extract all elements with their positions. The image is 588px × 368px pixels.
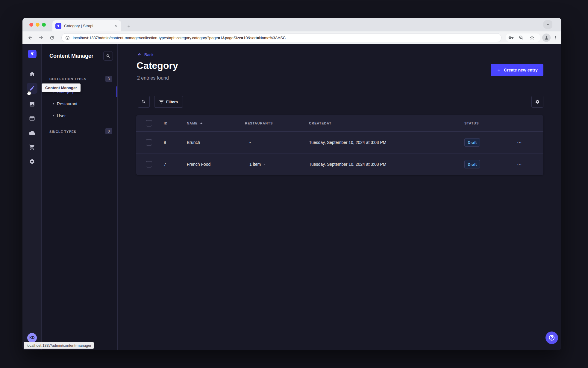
zoom-in-page-icon[interactable] [518,34,525,41]
bullet-icon [53,115,54,116]
bookmark-star-icon[interactable] [528,34,536,41]
browser-menu-icon[interactable] [552,34,559,41]
status-badge: Draft [464,160,480,168]
question-mark-icon [548,334,555,341]
table-row[interactable]: 8 Brunch - Tuesday, September 10, 2024 a… [136,132,543,153]
column-header-createdat[interactable]: CREATEDAT [309,121,331,125]
reload-icon[interactable] [48,34,55,41]
settings-gear-nav-icon[interactable] [27,156,37,167]
chevron-down-icon [263,163,266,166]
tab-close-icon[interactable] [113,23,118,29]
media-library-nav-icon[interactable] [27,99,37,110]
entries-table: ID NAME RESTAURANTS CREATEDAT STATUS [136,115,543,175]
search-entries-button[interactable] [138,96,150,108]
table-header-row: ID NAME RESTAURANTS CREATEDAT STATUS [136,115,543,132]
tab-strip: Category | Strapi [22,18,561,31]
gear-icon [535,99,540,104]
cell-name: French Food [187,162,210,167]
column-header-id[interactable]: ID [164,121,168,125]
view-settings-gear-button[interactable] [531,96,543,108]
row-actions-menu[interactable]: ⋯ [517,140,522,145]
sidebar-item-restaurant[interactable]: Restaurant [42,98,118,110]
rail-divider [22,64,42,64]
filter-icon [159,100,163,104]
single-types-count-badge: 0 [105,128,112,134]
cell-createdat: Tuesday, September 10, 2024 at 3:03 PM [309,140,386,145]
back-arrow-icon [137,52,142,57]
back-nav-icon[interactable] [27,34,34,41]
new-tab-button[interactable] [125,22,132,30]
window-zoom-button[interactable] [42,23,46,27]
create-new-entry-button[interactable]: Create new entry [491,64,543,76]
sort-ascending-icon [200,122,203,124]
column-header-restaurants[interactable]: RESTAURANTS [245,121,273,125]
strapi-favicon-icon [55,23,61,29]
bullet-icon [53,103,54,104]
url-text: localhost:1337/admin/content-manager/col… [73,36,286,40]
browser-tab[interactable]: Category | Strapi [52,20,121,31]
site-info-icon[interactable] [65,36,70,40]
window-close-button[interactable] [29,23,33,27]
cell-id: 8 [164,140,166,145]
single-types-label: SINGLE TYPES [49,130,76,133]
back-link[interactable]: Back [137,52,154,57]
browser-window: Category | Strapi [22,18,561,350]
entries-count: 2 entries found [137,75,169,81]
collection-types-label: COLLECTION TYPES [49,77,86,81]
select-all-checkbox[interactable] [146,120,152,127]
column-header-status[interactable]: STATUS [464,121,479,125]
plus-icon [497,68,501,72]
strapi-admin: KD Content Manager COLLECTION TYPES 3 Ca… [22,44,561,350]
window-minimize-button[interactable] [36,23,40,27]
status-badge: Draft [464,138,480,147]
subnav-divider [49,68,57,68]
page-title: Category [137,60,178,71]
cell-restaurants: - [249,140,251,145]
sidebar-item-user[interactable]: User [42,110,118,121]
main-content: Back Category 2 entries found Create new… [118,44,561,350]
browser-profile-avatar[interactable] [542,34,551,42]
row-actions-menu[interactable]: ⋯ [517,162,522,167]
home-nav-icon[interactable] [27,69,37,79]
cell-name: Brunch [187,140,200,145]
passwords-key-icon[interactable] [507,34,515,41]
cell-restaurants[interactable]: 1 item [249,162,266,167]
hand-cursor-icon [25,89,32,96]
column-header-name[interactable]: NAME [187,121,203,125]
tab-title: Category | Strapi [64,24,113,28]
cell-createdat: Tuesday, September 10, 2024 at 3:03 PM [309,162,386,167]
browser-toolbar: localhost:1337/admin/content-manager/col… [22,31,561,44]
status-bar-link-preview: localhost:1337/admin/content-manager [24,342,94,349]
content-manager-tooltip: Content Manager [42,83,81,92]
active-item-indicator [116,86,117,97]
content-type-builder-nav-icon[interactable] [27,113,37,124]
cell-id: 7 [164,162,166,167]
help-button[interactable] [545,331,558,344]
collection-types-count-badge: 3 [105,76,112,82]
tab-search-chevron-icon[interactable] [543,20,552,29]
row-checkbox[interactable] [146,161,152,168]
url-bar[interactable]: localhost:1337/admin/content-manager/col… [61,33,501,42]
strapi-logo-icon[interactable] [28,50,37,58]
row-checkbox[interactable] [146,139,152,146]
filters-button[interactable]: Filters [154,96,183,108]
desktop: Category | Strapi [0,0,588,368]
subnav-search-button[interactable] [103,51,113,61]
user-avatar[interactable]: KD [27,333,37,343]
table-row[interactable]: 7 French Food 1 item Tuesday, September … [136,153,543,175]
forward-nav-icon[interactable] [37,34,45,41]
subnav-title: Content Manager [49,53,93,59]
marketplace-cart-nav-icon[interactable] [27,142,37,153]
search-icon [141,99,146,104]
deploy-cloud-nav-icon[interactable] [27,127,37,138]
